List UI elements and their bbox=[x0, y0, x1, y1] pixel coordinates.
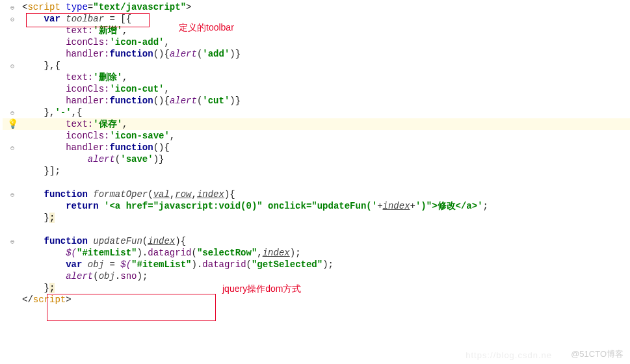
fold-icon[interactable]: ⊖ bbox=[10, 110, 14, 117]
fold-icon[interactable]: ⊖ bbox=[10, 145, 14, 152]
lightbulb-icon[interactable]: 💡 bbox=[7, 119, 18, 129]
code-line: iconCls:'icon-add', bbox=[22, 36, 630, 48]
code-line: handler:function(){ bbox=[22, 142, 630, 153]
code-line: function updateFun(index){ bbox=[22, 235, 630, 247]
code-line: var obj = $("#itemList").datagrid("getSe… bbox=[22, 259, 630, 270]
annotation-text: jquery操作dom方式 bbox=[222, 283, 301, 295]
code-line: </script> bbox=[22, 294, 630, 306]
fold-icon[interactable]: ⊖ bbox=[10, 63, 14, 70]
code-line: $("#itemList").datagrid("selectRow",inde… bbox=[22, 247, 630, 259]
code-line: function formatOper(val,row,index){ bbox=[22, 188, 630, 200]
code-line: handler:function(){alert('add')} bbox=[22, 48, 630, 60]
fold-icon[interactable]: ⊖ bbox=[10, 192, 14, 199]
code-line: <script type="text/javascript"> bbox=[22, 1, 630, 13]
fold-icon[interactable]: ⊖ bbox=[10, 239, 14, 246]
code-line: }; bbox=[22, 282, 630, 294]
code-line: iconCls:'icon-save', bbox=[22, 130, 630, 142]
code-line: text:'保存', bbox=[22, 118, 630, 130]
fold-icon[interactable]: ⊖ bbox=[10, 5, 14, 12]
code-line: text:'新增', bbox=[22, 25, 630, 36]
code-line: alert('save')} bbox=[22, 153, 630, 165]
code-line: alert(obj.sno); bbox=[22, 270, 630, 282]
fold-icon[interactable]: ⊖ bbox=[10, 16, 14, 23]
code-editor[interactable]: ⊖ <script type="text/javascript"> ⊖ var … bbox=[0, 0, 630, 307]
code-line: iconCls:'icon-cut', bbox=[22, 83, 630, 95]
code-line: },'-',{ bbox=[22, 107, 630, 118]
code-line: text:'删除', bbox=[22, 72, 630, 83]
code-line: },{ bbox=[22, 60, 630, 72]
code-line: }]; bbox=[22, 165, 630, 177]
watermark-text: @51CTO博客 bbox=[571, 348, 623, 360]
code-line: }; bbox=[22, 212, 630, 224]
code-line: var toolbar = [{ bbox=[22, 13, 630, 25]
code-line: return '<a href="javascript:void(0)" onc… bbox=[22, 200, 630, 212]
code-line: handler:function(){alert('cut')} bbox=[22, 95, 630, 107]
watermark-text: https://blog.csdn.ne bbox=[466, 350, 552, 360]
annotation-text: 定义的toolbar bbox=[179, 22, 234, 34]
